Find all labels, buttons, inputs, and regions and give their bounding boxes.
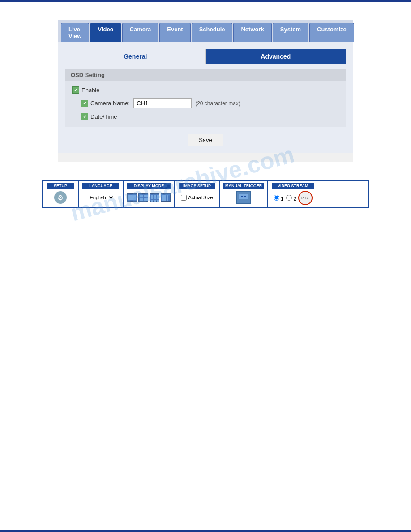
osd-section: OSD Setting ✓ Enable ✓ Camera Name: (20 (65, 69, 346, 127)
bottom-toolbar: SETUP ⚙ LANGUAGE English DISPLAY MODE (42, 180, 369, 208)
tab-content-area: General Advanced OSD Setting ✓ Enable ✓ (58, 42, 353, 153)
toolbar-video-stream: VIDEO STREAM 1 2 PTZ (268, 181, 317, 207)
toolbar-image-setup: IMAGE SETUP Actual Size (175, 181, 220, 207)
toolbar-image-setup-label: IMAGE SETUP (179, 183, 215, 189)
tab-video[interactable]: Video (90, 23, 121, 42)
actual-size-checkbox[interactable] (181, 195, 187, 201)
tab-system[interactable]: System (273, 23, 308, 42)
subtab-advanced[interactable]: Advanced (206, 49, 347, 64)
tab-camera[interactable]: Camera (122, 23, 159, 42)
tab-schedule[interactable]: Schedule (192, 23, 233, 42)
char-max-hint: (20 character max) (195, 100, 240, 107)
toolbar-image-setup-content: Actual Size (181, 191, 213, 204)
osd-section-header: OSD Setting (65, 69, 346, 81)
save-button[interactable]: Save (188, 134, 223, 146)
svg-rect-3 (243, 199, 244, 201)
stream-2-radio-label[interactable]: 2 (286, 195, 296, 202)
subtab-general[interactable]: General (65, 49, 206, 64)
settings-panel: Live View Video Camera Event Schedule Ne… (58, 20, 353, 162)
toolbar-language: LANGUAGE English (79, 181, 124, 207)
video-stream-radio-group: 1 2 (274, 195, 296, 202)
nav-tab-bar: Live View Video Camera Event Schedule Ne… (58, 20, 353, 42)
svg-rect-2 (244, 196, 246, 197)
stream-1-radio[interactable] (274, 195, 279, 201)
toolbar-video-stream-content: 1 2 PTZ (274, 191, 312, 205)
toolbar-manual-trigger-label: MANUAL TRIGGER (223, 183, 264, 189)
datetime-checkbox[interactable]: ✓ (81, 113, 88, 120)
bottom-border-line (0, 530, 411, 532)
sub-tab-bar: General Advanced (65, 49, 346, 64)
tab-event[interactable]: Event (159, 23, 190, 42)
actual-size-checkbox-label[interactable]: Actual Size (181, 195, 213, 201)
osd-datetime-row: ✓ Date/Time (81, 113, 339, 120)
language-select[interactable]: English (87, 193, 115, 202)
osd-enable-row: ✓ Enable (72, 86, 339, 94)
camera-name-label: Camera Name: (90, 100, 130, 107)
toolbar-display-mode-label: DISPLAY MODE (127, 183, 171, 189)
toolbar-display-mode: DISPLAY MODE (124, 181, 175, 207)
enable-checkbox-label[interactable]: ✓ Enable (72, 86, 99, 94)
toolbar-setup-content: ⚙ (54, 191, 67, 204)
manual-trigger-icon[interactable] (236, 191, 251, 204)
toolbar-setup: SETUP ⚙ (43, 181, 79, 207)
toolbar-manual-trigger-content (236, 191, 251, 204)
tab-network[interactable]: Network (233, 23, 271, 42)
toolbar-setup-label: SETUP (47, 183, 74, 189)
trigger-svg (238, 193, 249, 202)
camera-name-input[interactable] (133, 98, 192, 108)
svg-rect-1 (241, 196, 243, 197)
display-mode-1-icon[interactable] (127, 193, 137, 202)
toolbar-language-label: LANGUAGE (82, 183, 119, 189)
camera-name-checkbox[interactable]: ✓ (81, 100, 88, 107)
osd-camera-name-row: ✓ Camera Name: (20 character max) (81, 98, 339, 108)
enable-checkbox[interactable]: ✓ (72, 86, 79, 94)
toolbar-display-mode-content (127, 191, 171, 204)
stream-1-radio-label[interactable]: 1 (274, 195, 283, 202)
display-mode-2-icon[interactable] (138, 193, 148, 202)
stream-2-radio[interactable] (286, 195, 292, 201)
enable-label: Enable (81, 87, 99, 94)
actual-size-label: Actual Size (188, 195, 213, 200)
tab-customize[interactable]: Customize (309, 23, 354, 42)
datetime-checkbox-label[interactable]: ✓ Date/Time (81, 113, 117, 120)
toolbar-video-stream-label: VIDEO STREAM (272, 183, 314, 189)
toolbar-manual-trigger: MANUAL TRIGGER (220, 181, 268, 207)
svg-rect-0 (239, 194, 248, 199)
save-button-row: Save (65, 134, 346, 146)
display-mode-4-icon[interactable] (161, 193, 171, 202)
camera-name-checkbox-label[interactable]: ✓ Camera Name: (81, 100, 130, 107)
datetime-label: Date/Time (90, 113, 117, 120)
tab-liveview[interactable]: Live View (61, 23, 89, 42)
toolbar-language-content: English (87, 191, 115, 204)
ptz-button[interactable]: PTZ (298, 191, 313, 205)
display-mode-3-icon[interactable] (150, 193, 159, 202)
setup-gear-icon[interactable]: ⚙ (54, 191, 67, 204)
